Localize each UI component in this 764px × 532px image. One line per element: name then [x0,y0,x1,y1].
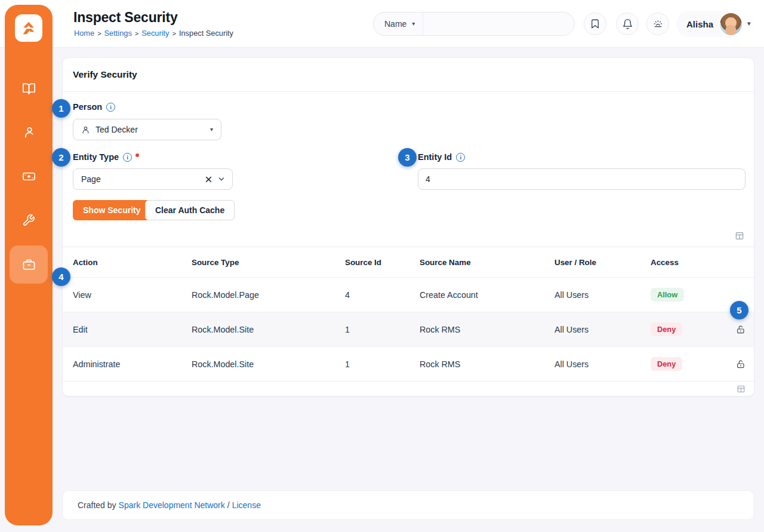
table-row[interactable]: Administrate Rock.Model.Site 1 Rock RMS … [63,346,754,381]
col-source-id: Source Id [345,258,420,267]
cell-source-type: Rock.Model.Site [192,325,345,334]
footer-crafted-by: Crafted by [78,500,116,510]
sidebar-item-tools[interactable] [10,201,48,239]
breadcrumb-separator: > [172,30,176,37]
info-icon[interactable]: i [106,103,115,112]
grid-options-button[interactable] [737,385,745,393]
license-link[interactable]: License [232,500,261,510]
breadcrumb-separator: > [97,30,101,37]
table-header-row: Action Source Type Source Id Source Name… [63,247,754,277]
table-row[interactable]: Edit Rock.Model.Site 1 Rock RMS All User… [63,312,754,346]
access-badge-deny: Deny [651,357,682,371]
breadcrumb-security[interactable]: Security [141,29,169,38]
search-category-label: Name [384,19,406,29]
search-bar: Name ▾ [373,12,575,36]
clear-selection-icon[interactable] [205,176,212,183]
entity-id-input[interactable] [418,168,745,190]
book-open-icon [22,82,36,96]
col-source-type: Source Type [192,258,345,267]
grid-options-button[interactable] [735,231,744,241]
cell-source-type: Rock.Model.Site [192,359,345,369]
unlock-icon[interactable] [736,359,754,369]
person-picker-value: Ted Decker [96,125,138,134]
sun-icon [652,19,664,30]
cell-source-name: Create Account [420,290,554,300]
panel-title: Verify Security [63,58,754,92]
show-security-button[interactable]: Show Security [73,200,150,220]
table-grid-icon [737,385,745,393]
required-indicator [135,153,139,157]
cell-action: View [73,290,192,300]
cell-action: Edit [73,325,192,334]
breadcrumb-home[interactable]: Home [74,29,94,38]
breadcrumb-separator: > [135,30,138,37]
app-logo[interactable] [15,14,42,42]
cell-source-name: Rock RMS [420,325,554,334]
notifications-button[interactable] [616,13,639,35]
rock-logo-icon [20,19,38,37]
col-access: Access [651,258,734,267]
col-user-role: User / Role [554,258,651,267]
person-label-text: Person [73,102,102,112]
access-badge-deny: Deny [651,322,682,336]
cell-action: Administrate [73,359,192,369]
table-row[interactable]: View Rock.Model.Page 4 Create Account Al… [63,277,754,312]
cell-user-role: All Users [554,359,651,369]
unlock-icon[interactable] [736,325,754,334]
cell-user-role: All Users [554,325,651,334]
entity-type-field-label: Entity Type i [73,152,139,162]
entity-type-label-text: Entity Type [73,152,119,162]
bookmark-icon [590,19,600,29]
user-menu[interactable]: Alisha [676,11,744,37]
entity-id-label-text: Entity Id [418,152,452,162]
security-results-table: Action Source Type Source Id Source Name… [63,247,754,396]
page-title: Inspect Security [73,10,177,26]
entity-type-select[interactable]: Page [73,168,233,190]
bell-icon [622,19,633,30]
access-badge-allow: Allow [651,288,684,302]
spark-network-link[interactable]: Spark Development Network [119,500,225,510]
search-category-dropdown[interactable]: Name ▾ [374,13,423,35]
verify-security-panel: Verify Security Person i Ted Decker ▾ En… [62,57,754,396]
user-name: Alisha [686,19,713,29]
cell-source-type: Rock.Model.Page [192,290,345,300]
bookmark-button[interactable] [584,13,606,35]
col-action: Action [73,258,192,267]
sidebar-item-admin[interactable] [10,245,48,284]
sidebar [5,5,53,525]
breadcrumb-current-page: Inspect Security [179,29,233,38]
person-icon [22,125,36,139]
info-icon[interactable]: i [456,153,465,162]
callout-badge-2: 2 [52,148,70,167]
col-source-name: Source Name [420,258,554,267]
cell-source-id: 1 [345,359,420,369]
entity-type-select-value: Page [81,174,101,184]
cell-source-id: 4 [345,290,420,300]
chevron-down-icon: ▾ [210,127,213,133]
briefcase-icon [22,258,36,272]
user-menu-chevron-icon[interactable]: ▾ [747,20,751,27]
person-field-label: Person i [73,102,115,112]
chevron-down-icon [217,175,226,183]
theme-toggle-button[interactable] [646,13,669,35]
breadcrumb-settings[interactable]: Settings [104,29,132,38]
cell-user-role: All Users [554,290,651,300]
info-icon[interactable]: i [123,153,132,162]
callout-badge-5: 5 [730,301,748,319]
sidebar-item-people[interactable] [10,113,48,151]
table-footer [63,381,754,396]
sidebar-item-library[interactable] [10,69,48,107]
sidebar-item-finance[interactable] [10,157,48,195]
entity-id-field-label: Entity Id i [418,152,465,162]
page-footer: Crafted by Spark Development Network / L… [62,490,754,520]
cell-source-id: 1 [345,325,420,334]
clear-auth-cache-button[interactable]: Clear Auth Cache [145,200,235,220]
callout-badge-4: 4 [52,267,70,286]
person-picker[interactable]: Ted Decker ▾ [73,119,221,140]
cash-icon [22,170,36,183]
person-icon [81,125,90,134]
chevron-down-icon: ▾ [412,21,415,27]
callout-badge-1: 1 [52,99,70,118]
callout-badge-3: 3 [398,148,417,167]
search-input[interactable] [423,13,574,35]
